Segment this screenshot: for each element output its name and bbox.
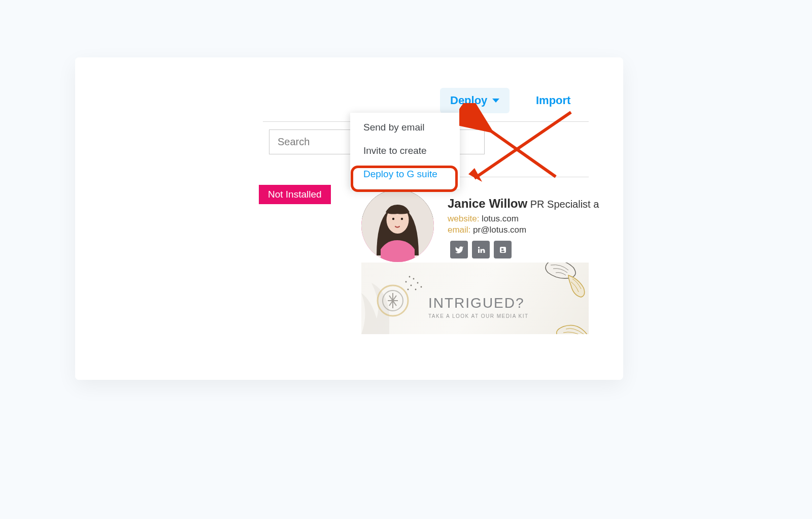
svg-point-16	[408, 289, 409, 290]
svg-point-5	[401, 218, 403, 220]
deploy-dropdown: Send by email Invite to create Deploy to…	[350, 113, 460, 189]
status-badge: Not Installed	[259, 185, 331, 204]
banner-decoration-left	[361, 263, 427, 334]
content-card: Deploy Import Not Installed Send by emai…	[75, 57, 623, 380]
profile-name: Janice Willow	[448, 197, 527, 210]
toolbar: Deploy Import	[259, 88, 623, 113]
menu-item-deploy-to-g-suite[interactable]: Deploy to G suite	[350, 163, 460, 186]
left-fade-overlay	[75, 57, 96, 380]
svg-line-1	[475, 112, 571, 178]
chevron-down-icon	[492, 99, 499, 103]
deploy-button[interactable]: Deploy	[440, 88, 510, 113]
svg-point-10	[413, 278, 415, 280]
svg-point-9	[409, 276, 411, 278]
badge-text: Not Installed	[268, 189, 322, 200]
inner-content: Deploy Import Not Installed Send by emai…	[259, 57, 623, 380]
banner-text: INTRIGUED? TAKE A LOOK AT OUR MEDIA KIT	[428, 295, 529, 319]
deploy-label: Deploy	[450, 94, 487, 107]
email-value: pr@lotus.com	[473, 225, 526, 235]
menu-item-invite-to-create[interactable]: Invite to create	[350, 139, 460, 163]
twitter-icon[interactable]	[450, 241, 468, 258]
svg-point-15	[415, 289, 417, 290]
name-line: Janice Willow PR Specialist a	[448, 197, 599, 211]
svg-point-14	[421, 286, 422, 288]
banner-title: INTRIGUED?	[428, 295, 529, 311]
menu-item-send-by-email[interactable]: Send by email	[350, 116, 460, 139]
avatar	[361, 189, 434, 262]
promo-banner[interactable]: INTRIGUED? TAKE A LOOK AT OUR MEDIA KIT	[361, 263, 589, 334]
website-row: website: lotus.com	[448, 214, 519, 224]
svg-point-11	[405, 281, 407, 283]
profile-title: PR Specialist a	[530, 199, 599, 210]
website-label: website:	[448, 214, 479, 223]
import-label: Import	[536, 94, 570, 107]
svg-point-13	[411, 285, 412, 286]
blogger-icon[interactable]	[494, 241, 512, 258]
website-value: lotus.com	[482, 214, 519, 223]
svg-point-12	[417, 282, 419, 284]
email-row: email: pr@lotus.com	[448, 225, 526, 235]
svg-point-4	[392, 218, 394, 220]
linkedin-icon[interactable]	[472, 241, 490, 258]
banner-subtitle: TAKE A LOOK AT OUR MEDIA KIT	[428, 313, 529, 319]
banner-decoration-bottom-right	[538, 306, 589, 334]
import-button[interactable]: Import	[536, 88, 570, 113]
email-label: email:	[448, 225, 470, 235]
bottom-cover	[75, 337, 623, 380]
social-icons	[450, 241, 512, 258]
